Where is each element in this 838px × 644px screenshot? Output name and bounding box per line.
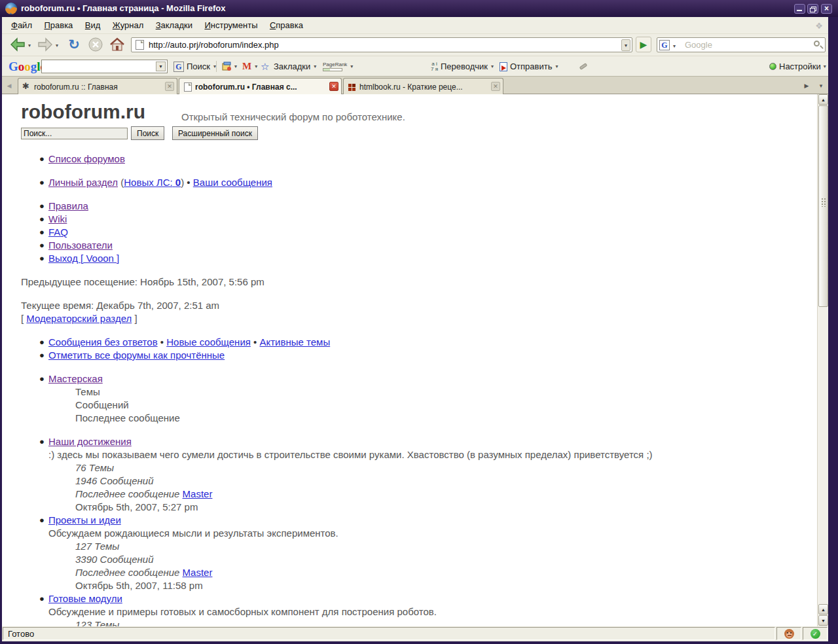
bookmarks-button[interactable]: Закладки▾ bbox=[274, 56, 316, 77]
link-new-posts[interactable]: Новые сообщения bbox=[166, 336, 251, 348]
link-your-posts[interactable]: Ваши сообщения bbox=[193, 177, 272, 188]
pagerank-dropdown[interactable]: ▾ bbox=[350, 63, 353, 69]
tab-scroll-left-button[interactable]: ◀ bbox=[3, 79, 16, 93]
send-dropdown[interactable]: ▾ bbox=[555, 63, 558, 69]
go-button[interactable]: ▶ bbox=[636, 37, 651, 52]
menu-tools[interactable]: Инструменты bbox=[204, 20, 257, 30]
tab-scroll-right-button[interactable]: ▶ bbox=[800, 79, 813, 93]
adblock-button[interactable]: ✓ bbox=[803, 627, 828, 640]
close-button[interactable]: × bbox=[821, 4, 832, 14]
menu-edit[interactable]: Правка bbox=[44, 20, 73, 30]
google-search-input[interactable]: ▾ bbox=[41, 60, 168, 73]
search-box[interactable]: G ▾ bbox=[657, 37, 826, 52]
menu-history[interactable]: Журнал bbox=[113, 20, 143, 30]
toolbar-addon-button[interactable]: ▾ bbox=[222, 56, 237, 77]
forum-page: roboforum.ru Открытый технический форум … bbox=[2, 94, 816, 626]
link-users[interactable]: Пользователи bbox=[48, 240, 113, 251]
tab-roboforum-glavnaya[interactable]: ✱ roboforum.ru :: Главная ✕ bbox=[18, 78, 177, 94]
active-tab-close-icon[interactable]: ✕ bbox=[329, 82, 338, 91]
link-last-post-user[interactable]: Master bbox=[183, 567, 213, 578]
addon-dropdown[interactable]: ▾ bbox=[234, 63, 237, 69]
link-new-pm[interactable]: Новых ЛС: 0 bbox=[124, 177, 181, 188]
menu-help[interactable]: Справка bbox=[270, 20, 303, 30]
home-button[interactable] bbox=[108, 36, 126, 53]
tab-htmlbook[interactable]: htmlbook.ru - Краткие реце... ✕ bbox=[343, 78, 503, 94]
link-logout[interactable]: Выход [ Vooon ] bbox=[48, 253, 119, 264]
link-faq[interactable]: FAQ bbox=[48, 226, 68, 238]
gmail-button[interactable]: M ▾ bbox=[242, 56, 257, 77]
forum-search-button[interactable]: Поиск bbox=[131, 126, 164, 140]
minimize-button[interactable] bbox=[794, 4, 805, 14]
gmail-dropdown[interactable]: ▾ bbox=[255, 63, 257, 69]
menu-file[interactable]: Файл bbox=[11, 20, 32, 30]
link-moderator-section[interactable]: Модераторский раздел bbox=[26, 313, 132, 324]
page-icon bbox=[136, 40, 144, 50]
scroll-up-button-bottom[interactable]: ▲ bbox=[818, 604, 828, 615]
reload-button[interactable]: ↻ bbox=[65, 36, 83, 53]
settings-button[interactable]: Настройки ▾ bbox=[769, 56, 826, 77]
link-wiki[interactable]: Wiki bbox=[48, 213, 67, 224]
vertical-scrollbar[interactable]: ▲ ▲ ▼ bbox=[817, 94, 828, 626]
forum-description: Обсуждаем рождающиеся мысли и результаты… bbox=[48, 528, 338, 539]
tab-close-icon[interactable]: ✕ bbox=[491, 82, 500, 91]
translate-dropdown[interactable]: ▾ bbox=[491, 63, 494, 69]
forum-link[interactable]: Мастерская bbox=[48, 373, 103, 384]
scroll-down-button[interactable]: ▼ bbox=[818, 615, 828, 626]
link-personal-section[interactable]: Личный раздел bbox=[48, 177, 118, 188]
link-unanswered[interactable]: Сообщения без ответов bbox=[48, 336, 158, 348]
stop-icon bbox=[88, 37, 103, 52]
search-input[interactable] bbox=[685, 39, 803, 51]
link-forums-list[interactable]: Список форумов bbox=[48, 153, 125, 164]
forward-button[interactable] bbox=[36, 36, 54, 53]
highlight-button[interactable] bbox=[579, 56, 587, 77]
forum-link[interactable]: Наши достижения bbox=[48, 436, 132, 447]
google-search-button[interactable]: G Поиск▾ bbox=[173, 56, 216, 77]
topics-label: Темы bbox=[75, 386, 100, 397]
forward-dropdown[interactable]: ▾ bbox=[56, 43, 58, 48]
site-tagline: Открытый технический форум по робототехн… bbox=[181, 111, 405, 122]
link-active-topics[interactable]: Активные темы bbox=[260, 336, 331, 348]
menu-bar: Файл Правка Вид Журнал Закладки Инструме… bbox=[2, 17, 828, 34]
google-search-history-dropdown[interactable]: ▾ bbox=[156, 62, 166, 71]
advanced-search-button[interactable]: Расширенный поиск bbox=[172, 126, 258, 140]
scroll-up-button[interactable]: ▲ bbox=[818, 94, 828, 105]
forum-description: Обсуждение и примеры готовых и самосборн… bbox=[48, 606, 437, 617]
pagerank-widget[interactable]: PageRank ▾ bbox=[323, 56, 353, 77]
forum-posts: 3390 Сообщений bbox=[75, 554, 154, 565]
tab-close-icon[interactable]: ✕ bbox=[165, 82, 174, 91]
send-button[interactable]: Отправить ▾ bbox=[500, 56, 558, 77]
scrollbar-thumb[interactable] bbox=[818, 105, 828, 307]
url-bar[interactable]: ▾ bbox=[131, 37, 632, 52]
stop-button[interactable] bbox=[87, 36, 104, 53]
search-engine-dropdown[interactable]: ▾ bbox=[673, 43, 676, 49]
greasemonkey-button[interactable] bbox=[776, 627, 801, 640]
settings-dropdown[interactable]: ▾ bbox=[824, 63, 826, 69]
back-button[interactable] bbox=[9, 36, 27, 53]
status-text: Готово bbox=[3, 627, 775, 640]
page-favicon bbox=[184, 82, 192, 92]
tab-roboforum-active[interactable]: roboforum.ru • Главная с... ✕ bbox=[179, 78, 342, 95]
link-rules[interactable]: Правила bbox=[48, 200, 88, 211]
link-last-post-user[interactable]: Master bbox=[183, 488, 213, 499]
url-dropdown[interactable]: ▾ bbox=[621, 39, 630, 51]
bookmarks-dropdown[interactable]: ▾ bbox=[314, 63, 316, 69]
url-input[interactable] bbox=[149, 39, 607, 51]
menu-view[interactable]: Вид bbox=[85, 20, 101, 30]
translate-button[interactable]: а i7 я Переводчик ▾ bbox=[431, 56, 494, 77]
forum-link[interactable]: Готовые модули bbox=[48, 593, 122, 604]
posts-label: Сообщений bbox=[75, 399, 129, 410]
back-dropdown[interactable]: ▾ bbox=[28, 43, 31, 48]
google-logo: Google bbox=[9, 56, 46, 77]
forum-topics: 127 Темы bbox=[75, 541, 119, 552]
highlighter-icon bbox=[579, 63, 588, 70]
search-icon[interactable] bbox=[814, 41, 820, 46]
forum-link[interactable]: Проекты и идеи bbox=[48, 514, 121, 526]
menu-bookmarks[interactable]: Закладки bbox=[156, 20, 192, 30]
last-visit-text: Предыдущее посещение: Ноябрь 15th, 2007,… bbox=[21, 276, 264, 287]
forum-last-date: Октябрь 5th, 2007, 11:58 pm bbox=[75, 580, 203, 591]
link-mark-read[interactable]: Отметить все форумы как прочтённые bbox=[48, 349, 225, 361]
forum-search-input[interactable] bbox=[21, 128, 128, 139]
restore-button[interactable] bbox=[807, 4, 818, 14]
bookmark-star-icon[interactable]: ☆ bbox=[261, 56, 269, 77]
tab-list-dropdown[interactable]: ▾ bbox=[814, 79, 828, 93]
